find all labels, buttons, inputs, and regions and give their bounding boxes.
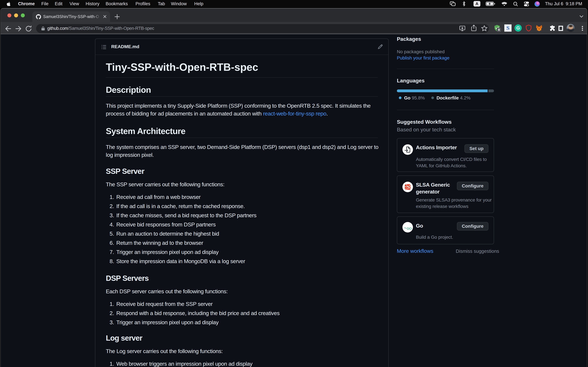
- svg-text:GO: GO: [406, 227, 412, 230]
